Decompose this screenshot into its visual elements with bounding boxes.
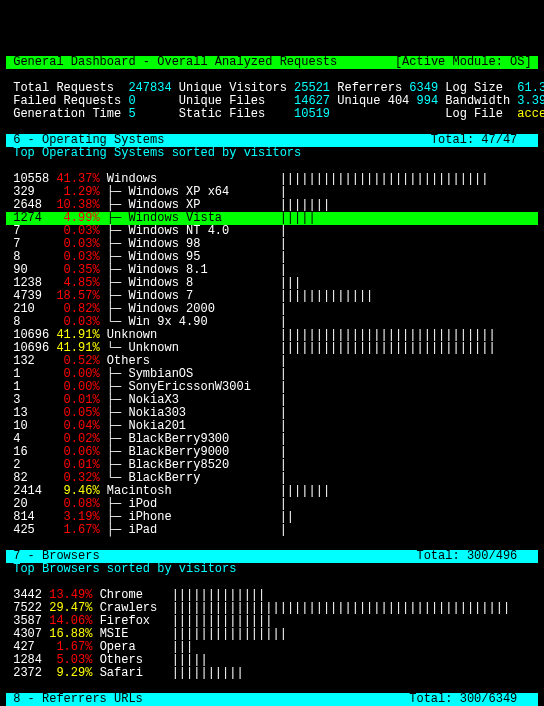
count: 4307 bbox=[13, 627, 49, 641]
count: 425 bbox=[13, 523, 56, 537]
count: 1 bbox=[13, 367, 56, 381]
count: 427 bbox=[13, 640, 49, 654]
percent: 16.88% bbox=[49, 627, 92, 641]
count: 3 bbox=[13, 393, 56, 407]
bar: | bbox=[280, 406, 287, 420]
label: Safari bbox=[100, 666, 172, 680]
percent: 0.32% bbox=[56, 471, 99, 485]
bar: |||||||||||||||||||||||||||||| bbox=[280, 341, 496, 355]
count: 1274 bbox=[13, 211, 56, 225]
stat-value: 14627 bbox=[294, 94, 337, 108]
bar: ||||||| bbox=[280, 198, 330, 212]
table-row[interactable]: 2372 9.29% Safari |||||||||| bbox=[6, 667, 538, 680]
percent: 0.35% bbox=[56, 263, 99, 277]
count: 13 bbox=[13, 406, 56, 420]
log-file: access.log bbox=[517, 107, 544, 121]
active-module: [Active Module: OS] bbox=[395, 55, 532, 69]
table-row[interactable]: 425 1.67% ├─ iPad | bbox=[6, 524, 538, 537]
label: ├─ Windows Vista bbox=[107, 211, 280, 225]
label: Opera bbox=[100, 640, 172, 654]
stat-key: Referrers bbox=[337, 81, 409, 95]
bar: ||||||||||||||||||||||||||||||||||||||||… bbox=[172, 601, 510, 615]
count: 7522 bbox=[13, 601, 49, 615]
bar: | bbox=[280, 380, 287, 394]
bar: | bbox=[280, 224, 287, 238]
count: 8 bbox=[13, 315, 56, 329]
percent: 0.03% bbox=[56, 250, 99, 264]
label: ├─ Windows 7 bbox=[107, 289, 280, 303]
label: ├─ Nokia303 bbox=[107, 406, 280, 420]
percent: 0.03% bbox=[56, 224, 99, 238]
percent: 13.49% bbox=[49, 588, 92, 602]
bar: | bbox=[280, 523, 287, 537]
percent: 29.47% bbox=[49, 601, 92, 615]
percent: 9.46% bbox=[56, 484, 99, 498]
count: 4739 bbox=[13, 289, 56, 303]
bar: | bbox=[280, 302, 287, 316]
bar: ||||||||||||| bbox=[280, 289, 374, 303]
label: └─ Win 9x 4.90 bbox=[107, 315, 280, 329]
label: ├─ Nokia201 bbox=[107, 419, 280, 433]
label: ├─ Windows XP x64 bbox=[107, 185, 280, 199]
bar: | bbox=[280, 354, 287, 368]
percent: 41.37% bbox=[56, 172, 99, 186]
bar: | bbox=[280, 432, 287, 446]
label: ├─ SonyEricssonW300i bbox=[107, 380, 280, 394]
label: └─ BlackBerry bbox=[107, 471, 280, 485]
bar: |||||||||||||| bbox=[172, 614, 273, 628]
count: 2648 bbox=[13, 198, 56, 212]
percent: 0.08% bbox=[56, 497, 99, 511]
percent: 1.67% bbox=[49, 640, 92, 654]
label: ├─ iPhone bbox=[107, 510, 280, 524]
bar: | bbox=[280, 497, 287, 511]
count: 8 bbox=[13, 250, 56, 264]
bar: ||||| bbox=[280, 211, 316, 225]
count: 10696 bbox=[13, 328, 56, 342]
label: Macintosh bbox=[107, 484, 280, 498]
count: 90 bbox=[13, 263, 56, 277]
label: ├─ BlackBerry9000 bbox=[107, 445, 280, 459]
bar: | bbox=[280, 263, 287, 277]
count: 7 bbox=[13, 224, 56, 238]
percent: 5.03% bbox=[49, 653, 92, 667]
label: Others bbox=[100, 653, 172, 667]
stat-key: Unique Files bbox=[179, 94, 294, 108]
percent: 0.02% bbox=[56, 432, 99, 446]
percent: 0.05% bbox=[56, 406, 99, 420]
label: ├─ iPad bbox=[107, 523, 280, 537]
label: Unknown bbox=[107, 328, 280, 342]
label: └─ Unknown bbox=[107, 341, 280, 355]
label: ├─ BlackBerry9300 bbox=[107, 432, 280, 446]
percent: 0.52% bbox=[56, 354, 99, 368]
percent: 4.99% bbox=[56, 211, 99, 225]
app-title: General Dashboard - Overall Analyzed Req… bbox=[13, 55, 337, 69]
bar: | bbox=[280, 393, 287, 407]
label: ├─ iPod bbox=[107, 497, 280, 511]
percent: 0.82% bbox=[56, 302, 99, 316]
label: Chrome bbox=[100, 588, 172, 602]
label: ├─ BlackBerry8520 bbox=[107, 458, 280, 472]
count: 10 bbox=[13, 419, 56, 433]
panel-subtitle: Top Operating Systems sorted by visitors bbox=[6, 147, 538, 160]
stat-key: Total Requests bbox=[13, 81, 128, 95]
percent: 18.57% bbox=[56, 289, 99, 303]
count: 1284 bbox=[13, 653, 49, 667]
label: ├─ Windows 95 bbox=[107, 250, 280, 264]
bar: | bbox=[280, 419, 287, 433]
bar: ||||||| bbox=[280, 484, 330, 498]
count: 82 bbox=[13, 471, 56, 485]
count: 10696 bbox=[13, 341, 56, 355]
label: ├─ NokiaX3 bbox=[107, 393, 280, 407]
percent: 0.00% bbox=[56, 380, 99, 394]
stat-key: Bandwidth bbox=[445, 94, 517, 108]
bar: | bbox=[280, 237, 287, 251]
percent: 1.29% bbox=[56, 185, 99, 199]
percent: 0.01% bbox=[56, 458, 99, 472]
stat-value: 0 bbox=[128, 94, 178, 108]
stat-key: Log Size bbox=[445, 81, 517, 95]
percent: 1.67% bbox=[56, 523, 99, 537]
percent: 41.91% bbox=[56, 341, 99, 355]
count: 4 bbox=[13, 432, 56, 446]
bar: | bbox=[280, 471, 287, 485]
count: 814 bbox=[13, 510, 56, 524]
